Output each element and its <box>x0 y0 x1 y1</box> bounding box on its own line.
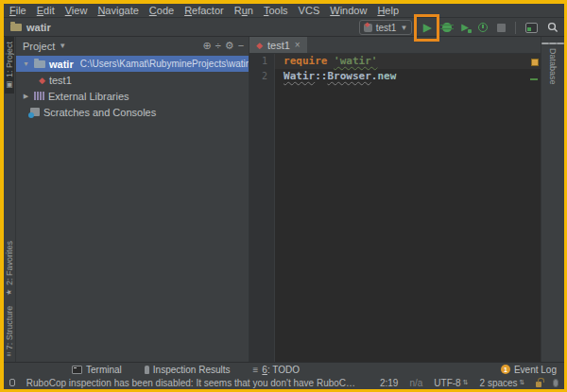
notification-badge: 1 <box>501 365 510 374</box>
editor-tab-test1[interactable]: ◆ test1 × <box>249 37 307 53</box>
chevron-updown-icon: ⇅ <box>520 379 525 386</box>
tool-tab-inspection-results[interactable]: Inspection Results <box>145 365 231 375</box>
inspections-profile-icon[interactable] <box>553 379 558 387</box>
tree-row-external-libraries[interactable]: ▶ External Libraries <box>16 88 249 104</box>
stop-icon <box>497 24 506 32</box>
tool-tab-project[interactable]: ▣ 1: Project <box>5 37 14 94</box>
editor-tab-label: test1 <box>267 40 290 51</box>
search-icon <box>547 22 558 33</box>
folder-icon <box>10 24 22 31</box>
warning-stripe-marker[interactable] <box>531 59 539 66</box>
inspection-label: Inspection Results <box>153 365 231 375</box>
tool-tab-structure-label: 7: Structure <box>5 306 14 350</box>
run-anything-button[interactable] <box>525 23 538 33</box>
editor-area: ◆ test1 × 1 2 require 'watir' Watir::Bro… <box>249 37 541 362</box>
notification-icon[interactable] <box>9 379 15 386</box>
left-tool-stripe: ▣ 1: Project ★ 2: Favorites ≡ 7: Structu… <box>4 37 16 362</box>
inspection-icon <box>145 366 149 374</box>
tree-root-path: C:\Users\Kamat\RubymineProjects\watir <box>80 59 249 69</box>
bug-icon <box>442 23 452 32</box>
navigation-bar: watir test1 ▼ ▶ ▶ <box>4 18 564 37</box>
tree-row-scratches[interactable]: Scratches and Consoles <box>16 104 249 120</box>
caret-position[interactable]: 2:19 <box>380 378 398 388</box>
chevron-collapsed-icon[interactable]: ▶ <box>22 93 30 100</box>
rubymine-window: FileEditViewNavigateCodeRefactorRunTools… <box>0 0 567 392</box>
menu-vcs[interactable]: VCS <box>299 5 320 16</box>
code-token: require <box>284 55 334 67</box>
database-icon <box>541 42 564 45</box>
ruby-file-icon: ◆ <box>39 76 45 85</box>
terminal-label: Terminal <box>86 365 122 375</box>
event-log-button[interactable]: 1 Event Log <box>501 365 557 375</box>
menu-tools[interactable]: Tools <box>264 5 288 16</box>
hide-panel-icon[interactable]: − <box>238 41 244 51</box>
run-button[interactable]: ▶ <box>421 21 433 34</box>
right-tool-stripe: Database <box>541 37 564 362</box>
terminal-icon <box>72 366 82 374</box>
code-area[interactable]: require 'watir' Watir::Browser.new <box>275 54 541 362</box>
toolbar-separator <box>515 22 516 34</box>
editor-body[interactable]: 1 2 require 'watir' Watir::Browser.new <box>249 54 541 362</box>
menu-refactor[interactable]: Refactor <box>184 5 224 16</box>
chevron-down-icon[interactable]: ▼ <box>59 42 66 50</box>
tool-tab-terminal[interactable]: Terminal <box>72 365 122 375</box>
editor-gutter: 1 2 <box>249 54 275 362</box>
tree-row-root[interactable]: ▼ watir C:\Users\Kamat\RubymineProjects\… <box>16 56 249 72</box>
gear-icon[interactable]: ⚙ <box>225 41 234 51</box>
menu-help[interactable]: Help <box>377 5 399 16</box>
code-token: 'watir' <box>334 55 377 67</box>
tool-tab-favorites-label: 2: Favorites <box>5 241 14 285</box>
status-bar: RuboCop inspection has been disabled: It… <box>4 376 564 389</box>
todo-list-icon: ≡ <box>253 365 259 375</box>
lock-icon[interactable] <box>536 382 541 387</box>
editor-tab-bar: ◆ test1 × <box>249 37 541 54</box>
chevron-down-icon: ▼ <box>400 24 407 32</box>
project-panel-title[interactable]: Project <box>23 41 55 52</box>
close-icon[interactable]: × <box>295 40 301 50</box>
menu-code[interactable]: Code <box>149 5 174 16</box>
search-everywhere-button[interactable] <box>547 22 558 33</box>
tool-tab-database-label: Database <box>548 48 558 85</box>
event-log-label: Event Log <box>514 365 557 375</box>
tree-external-label: External Libraries <box>48 91 129 102</box>
tree-row-file[interactable]: ◆ test1 <box>16 72 249 88</box>
locate-icon[interactable]: ⊕ <box>203 41 212 51</box>
chevron-updown-icon: ⇅ <box>463 379 469 386</box>
menu-edit[interactable]: Edit <box>37 5 55 16</box>
folder-icon <box>34 60 45 68</box>
tool-tab-structure[interactable]: ≡ 7: Structure <box>5 301 14 362</box>
caret-stripe-marker <box>530 78 538 80</box>
star-icon: ★ <box>6 288 14 297</box>
console-window-icon <box>525 23 538 33</box>
vcs-branch-na[interactable]: n/a <box>409 378 422 388</box>
run-with-coverage-button[interactable]: ▶ <box>461 23 469 32</box>
indent-selector[interactable]: 2 spaces⇅ <box>480 378 525 388</box>
menu-window[interactable]: Window <box>330 5 367 16</box>
tool-tab-database[interactable]: Database <box>541 37 564 90</box>
tool-tab-project-label: 1: Project <box>5 42 14 77</box>
menu-file[interactable]: File <box>9 5 26 16</box>
bottom-tool-bar: Terminal Inspection Results ≡ 6: TODO 1 … <box>4 362 564 376</box>
project-tree: ▼ watir C:\Users\Kamat\RubymineProjects\… <box>16 56 249 120</box>
chevron-expanded-icon[interactable]: ▼ <box>22 60 30 67</box>
menu-run[interactable]: Run <box>234 5 253 16</box>
project-panel-header: Project ▼ ⊕ ÷ ⚙ − <box>16 37 249 55</box>
run-config-label: test1 <box>376 23 397 33</box>
collapse-all-icon[interactable]: ÷ <box>215 41 221 51</box>
run-config-dropdown[interactable]: test1 ▼ <box>359 20 413 35</box>
stop-button[interactable] <box>497 24 506 32</box>
breadcrumb[interactable]: watir <box>10 22 51 33</box>
menu-view[interactable]: View <box>65 5 88 16</box>
encoding-selector[interactable]: UTF-8⇅ <box>434 378 468 388</box>
debug-button[interactable] <box>442 23 452 32</box>
code-line-2: Watir::Browser.new <box>275 69 541 84</box>
tool-tab-todo[interactable]: ≡ 6: TODO <box>253 365 301 375</box>
tree-root-label: watir <box>49 59 74 70</box>
structure-icon: ≡ <box>8 350 12 359</box>
tool-tab-favorites[interactable]: ★ 2: Favorites <box>5 236 14 301</box>
tree-scratches-label: Scratches and Consoles <box>43 107 156 118</box>
menu-navigate[interactable]: Navigate <box>97 5 138 16</box>
code-token: :: <box>315 70 327 82</box>
status-message[interactable]: RuboCop inspection has been disabled: It… <box>26 378 357 388</box>
profile-button[interactable] <box>478 23 488 32</box>
